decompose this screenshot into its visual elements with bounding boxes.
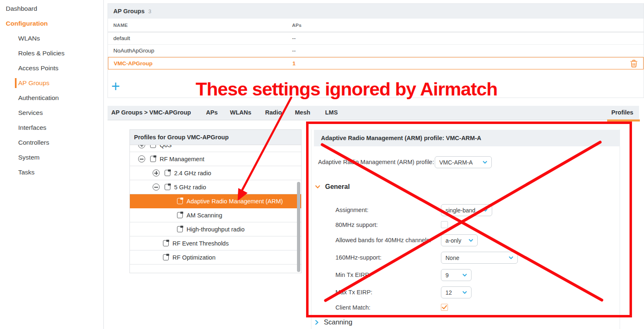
- tree-node-high-throughput[interactable]: High-throughput radio: [130, 222, 301, 236]
- cell-aps: --: [292, 48, 296, 54]
- tree-scrollbar-thumb[interactable]: [297, 182, 300, 272]
- min-tx-eirp-select[interactable]: 9: [441, 269, 472, 281]
- sidebar-item-roles-policies[interactable]: Roles & Policies: [0, 46, 103, 61]
- sidebar-item-label: Services: [18, 109, 43, 117]
- client-match-checkbox[interactable]: [441, 304, 448, 311]
- field-label-80mhz: 80MHz support:: [335, 219, 378, 231]
- tab-mesh[interactable]: Mesh: [295, 109, 310, 116]
- tree-node-label: Adaptive Radio Management (ARM): [187, 198, 283, 205]
- tree-node-label: RF Management: [160, 156, 204, 162]
- tab-wlans[interactable]: WLANs: [230, 109, 251, 116]
- field-label-max-tx-eirp: Max Tx EIRP:: [335, 286, 372, 298]
- sidebar-item-ap-groups[interactable]: AP Groups: [0, 76, 103, 91]
- column-header-aps: APs: [292, 23, 302, 28]
- expand-icon[interactable]: [138, 145, 145, 148]
- 80mhz-support-checkbox[interactable]: [441, 221, 448, 228]
- group-tab-bar: AP Groups > VMC-APGroup APs WLANs Radio …: [108, 106, 639, 120]
- tree-node-label: RF Optimization: [172, 254, 215, 261]
- table-row-selected[interactable]: VMC-APGroup 1: [108, 57, 644, 69]
- column-header-name: NAME: [108, 23, 292, 28]
- tree-node-arm-selected[interactable]: Adaptive Radio Management (ARM): [130, 194, 301, 208]
- sidebar-item-label: Controllers: [18, 139, 49, 146]
- sidebar-item-dashboard[interactable]: Dashboard: [0, 1, 103, 16]
- sidebar-item-label: WLANs: [18, 35, 40, 42]
- chevron-down-icon: [483, 209, 488, 212]
- sidebar-item-controllers[interactable]: Controllers: [0, 135, 103, 150]
- profiles-tree-panel: Profiles for Group VMC-APGroup QoS RF Ma…: [129, 129, 302, 273]
- tree-node-rf-event-thresholds[interactable]: RF Event Thresholds: [130, 236, 301, 250]
- field-label-min-tx-eirp: Min Tx EIRP:: [335, 269, 371, 281]
- tree-node-qos[interactable]: QoS: [130, 145, 301, 152]
- table-row[interactable]: default --: [108, 32, 644, 45]
- tree-node-24ghz-radio[interactable]: 2.4 GHz radio: [130, 166, 301, 180]
- assignment-select[interactable]: single-band: [441, 204, 492, 216]
- cell-name: NoAuthApGroup: [108, 48, 292, 54]
- select-value: VMC-ARM-A: [439, 159, 483, 166]
- tree-node-rf-management[interactable]: RF Management: [130, 152, 301, 166]
- tab-lms[interactable]: LMS: [325, 109, 338, 116]
- chevron-right-icon: [315, 320, 319, 325]
- select-value: a-only: [445, 237, 469, 244]
- section-label: General: [325, 183, 350, 191]
- sidebar-item-label: Interfaces: [18, 124, 46, 131]
- max-tx-eirp-select[interactable]: 12: [441, 286, 472, 298]
- select-value: 9: [445, 272, 462, 279]
- tab-profiles[interactable]: Profiles: [611, 109, 633, 116]
- chevron-down-icon: [483, 161, 487, 164]
- chevron-down-icon: [509, 256, 513, 260]
- collapse-icon[interactable]: [153, 184, 160, 191]
- chevron-down-icon: [462, 291, 467, 294]
- cell-name: VMC-APGroup: [108, 60, 292, 67]
- profiles-tree: QoS RF Management 2.4 GHz radio 5 GHz ra…: [129, 145, 302, 273]
- tab-radio[interactable]: Radio: [265, 109, 282, 116]
- arm-profile-select[interactable]: VMC-ARM-A: [435, 156, 492, 168]
- table-count-badge: 3: [148, 8, 151, 14]
- cell-name: default: [108, 35, 292, 41]
- profile-icon: [150, 145, 156, 148]
- sidebar-item-configuration[interactable]: Configuration: [0, 16, 103, 31]
- trash-icon[interactable]: [630, 60, 638, 68]
- 160mhz-support-select[interactable]: None: [441, 252, 518, 264]
- section-divider: [314, 315, 620, 315]
- tree-node-label: High-throughput radio: [187, 226, 244, 233]
- sidebar-item-tasks[interactable]: Tasks: [0, 165, 103, 180]
- tree-node-label: AM Scanning: [187, 212, 222, 219]
- ap-groups-table-header: AP Groups 3: [108, 4, 644, 19]
- chevron-down-icon: [469, 239, 473, 242]
- section-label: Scanning: [324, 318, 352, 326]
- select-value: None: [445, 255, 509, 261]
- tree-node-am-scanning[interactable]: AM Scanning: [130, 208, 301, 222]
- sidebar-item-system[interactable]: System: [0, 150, 103, 165]
- sidebar-item-label: Authentication: [18, 94, 59, 102]
- collapse-icon[interactable]: [138, 155, 145, 162]
- cell-aps: --: [292, 35, 296, 41]
- sidebar-item-label: Dashboard: [6, 5, 37, 12]
- field-label-client-match: Client Match:: [335, 302, 371, 314]
- sidebar-item-label: System: [18, 154, 40, 161]
- arm-profile-panel: Adaptive Radio Management (ARM) profile:…: [311, 129, 620, 329]
- general-section-header[interactable]: General: [315, 183, 350, 191]
- profile-icon: [150, 156, 156, 162]
- scanning-section-header[interactable]: Scanning: [315, 318, 352, 326]
- expand-icon[interactable]: [153, 169, 160, 176]
- sidebar-item-label: AP Groups: [18, 79, 50, 87]
- sidebar-item-services[interactable]: Services: [0, 105, 103, 120]
- chevron-down-icon: [315, 185, 320, 189]
- checkmark-icon: [442, 305, 447, 310]
- add-ap-group-button[interactable]: +: [111, 79, 120, 94]
- sidebar: Dashboard Configuration WLANs Roles & Po…: [0, 0, 104, 329]
- allowed-bands-select[interactable]: a-only: [441, 234, 478, 246]
- tree-node-rf-optimization[interactable]: RF Optimization: [130, 250, 301, 265]
- sidebar-item-authentication[interactable]: Authentication: [0, 91, 103, 105]
- field-label-allowed-bands: Allowed bands for 40MHz channels:: [335, 234, 431, 246]
- active-item-bar: [15, 78, 17, 88]
- sidebar-item-wlans[interactable]: WLANs: [0, 31, 103, 46]
- sidebar-item-access-points[interactable]: Access Points: [0, 61, 103, 76]
- tree-node-label: 5 GHz radio: [174, 184, 206, 191]
- tree-node-5ghz-radio[interactable]: 5 GHz radio: [130, 180, 301, 194]
- sidebar-item-interfaces[interactable]: Interfaces: [0, 120, 103, 135]
- select-value: single-band: [445, 207, 483, 214]
- cell-aps: 1: [292, 60, 296, 67]
- tab-aps[interactable]: APs: [206, 109, 218, 116]
- table-row[interactable]: NoAuthApGroup --: [108, 45, 644, 57]
